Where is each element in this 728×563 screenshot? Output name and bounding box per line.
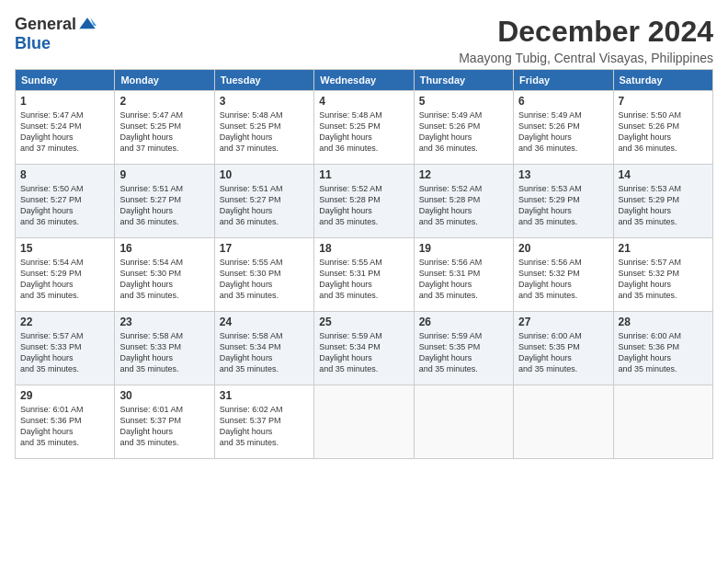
- calendar-day-cell: 8 Sunrise: 5:50 AM Sunset: 5:27 PM Dayli…: [16, 165, 115, 238]
- calendar-day-cell: 5 Sunrise: 5:49 AM Sunset: 5:26 PM Dayli…: [414, 91, 513, 165]
- day-info: Sunrise: 5:48 AM Sunset: 5:25 PM Dayligh…: [220, 109, 309, 155]
- calendar-header-row: SundayMondayTuesdayWednesdayThursdayFrid…: [16, 70, 713, 91]
- calendar-day-cell: [314, 385, 414, 459]
- day-info: Sunrise: 5:55 AM Sunset: 5:31 PM Dayligh…: [319, 257, 408, 302]
- day-info: Sunrise: 5:49 AM Sunset: 5:26 PM Dayligh…: [419, 109, 508, 155]
- calendar-day-header: Wednesday: [314, 70, 414, 91]
- calendar-day-cell: 16 Sunrise: 5:54 AM Sunset: 5:30 PM Dayl…: [115, 238, 214, 312]
- calendar-day-cell: 11 Sunrise: 5:52 AM Sunset: 5:28 PM Dayl…: [314, 165, 414, 238]
- day-info: Sunrise: 5:53 AM Sunset: 5:29 PM Dayligh…: [518, 183, 608, 228]
- day-number: 9: [119, 168, 209, 181]
- day-number: 28: [619, 316, 708, 328]
- calendar-week-row: 15 Sunrise: 5:54 AM Sunset: 5:29 PM Dayl…: [16, 238, 713, 312]
- logo-icon: [78, 15, 97, 33]
- day-number: 23: [119, 316, 209, 328]
- day-number: 15: [20, 242, 109, 255]
- day-number: 27: [518, 316, 608, 328]
- calendar-week-row: 29 Sunrise: 6:01 AM Sunset: 5:36 PM Dayl…: [16, 385, 713, 459]
- day-number: 16: [119, 242, 209, 255]
- day-number: 21: [619, 242, 708, 255]
- day-info: Sunrise: 5:53 AM Sunset: 5:29 PM Dayligh…: [619, 183, 708, 228]
- calendar-day-cell: 4 Sunrise: 5:48 AM Sunset: 5:25 PM Dayli…: [314, 91, 414, 165]
- calendar-day-cell: 2 Sunrise: 5:47 AM Sunset: 5:25 PM Dayli…: [115, 91, 214, 165]
- day-info: Sunrise: 5:50 AM Sunset: 5:27 PM Dayligh…: [20, 183, 109, 228]
- day-info: Sunrise: 5:59 AM Sunset: 5:35 PM Dayligh…: [419, 330, 508, 375]
- calendar-day-cell: 22 Sunrise: 5:57 AM Sunset: 5:33 PM Dayl…: [16, 312, 115, 385]
- day-number: 24: [220, 316, 309, 328]
- day-number: 22: [20, 316, 109, 328]
- calendar-day-cell: 30 Sunrise: 6:01 AM Sunset: 5:37 PM Dayl…: [115, 385, 214, 459]
- calendar-table: SundayMondayTuesdayWednesdayThursdayFrid…: [15, 69, 713, 459]
- calendar-day-header: Tuesday: [214, 70, 313, 91]
- calendar-day-cell: 6 Sunrise: 5:49 AM Sunset: 5:26 PM Dayli…: [514, 91, 613, 165]
- calendar-day-cell: 17 Sunrise: 5:55 AM Sunset: 5:30 PM Dayl…: [214, 238, 313, 312]
- month-title: December 2024: [459, 15, 713, 49]
- calendar-day-cell: 31 Sunrise: 6:02 AM Sunset: 5:37 PM Dayl…: [214, 385, 313, 459]
- day-info: Sunrise: 5:54 AM Sunset: 5:30 PM Dayligh…: [119, 257, 209, 302]
- day-number: 12: [419, 168, 508, 181]
- calendar-day-header: Sunday: [16, 70, 115, 91]
- day-info: Sunrise: 5:49 AM Sunset: 5:26 PM Dayligh…: [518, 109, 608, 155]
- calendar-week-row: 1 Sunrise: 5:47 AM Sunset: 5:24 PM Dayli…: [16, 91, 713, 165]
- day-info: Sunrise: 6:00 AM Sunset: 5:36 PM Dayligh…: [619, 330, 708, 375]
- day-info: Sunrise: 6:00 AM Sunset: 5:35 PM Dayligh…: [518, 330, 608, 375]
- day-info: Sunrise: 5:51 AM Sunset: 5:27 PM Dayligh…: [220, 183, 309, 228]
- day-number: 2: [119, 95, 209, 108]
- day-info: Sunrise: 5:56 AM Sunset: 5:32 PM Dayligh…: [518, 257, 608, 302]
- day-info: Sunrise: 5:58 AM Sunset: 5:33 PM Dayligh…: [119, 330, 209, 375]
- day-info: Sunrise: 5:59 AM Sunset: 5:34 PM Dayligh…: [319, 330, 408, 375]
- calendar-day-cell: 9 Sunrise: 5:51 AM Sunset: 5:27 PM Dayli…: [115, 165, 214, 238]
- title-section: December 2024 Maayong Tubig, Central Vis…: [459, 15, 713, 65]
- day-info: Sunrise: 5:58 AM Sunset: 5:34 PM Dayligh…: [220, 330, 309, 375]
- day-info: Sunrise: 5:56 AM Sunset: 5:31 PM Dayligh…: [419, 257, 508, 302]
- day-number: 25: [319, 316, 408, 328]
- day-info: Sunrise: 5:47 AM Sunset: 5:24 PM Dayligh…: [20, 109, 109, 155]
- day-number: 4: [319, 95, 408, 108]
- calendar-day-cell: 20 Sunrise: 5:56 AM Sunset: 5:32 PM Dayl…: [514, 238, 613, 312]
- day-number: 6: [518, 95, 608, 108]
- calendar-day-header: Saturday: [613, 70, 712, 91]
- calendar-day-cell: 28 Sunrise: 6:00 AM Sunset: 5:36 PM Dayl…: [613, 312, 712, 385]
- day-number: 11: [319, 168, 408, 181]
- day-number: 17: [220, 242, 309, 255]
- day-number: 14: [619, 168, 708, 181]
- day-info: Sunrise: 5:51 AM Sunset: 5:27 PM Dayligh…: [119, 183, 209, 228]
- day-number: 13: [518, 168, 608, 181]
- day-number: 8: [20, 168, 109, 181]
- day-info: Sunrise: 5:55 AM Sunset: 5:30 PM Dayligh…: [220, 257, 309, 302]
- calendar-day-header: Monday: [115, 70, 214, 91]
- calendar-day-cell: 7 Sunrise: 5:50 AM Sunset: 5:26 PM Dayli…: [613, 91, 712, 165]
- calendar-day-header: Thursday: [414, 70, 513, 91]
- logo: General Blue: [15, 15, 97, 53]
- day-number: 18: [319, 242, 408, 255]
- calendar-day-cell: 1 Sunrise: 5:47 AM Sunset: 5:24 PM Dayli…: [16, 91, 115, 165]
- day-info: Sunrise: 5:52 AM Sunset: 5:28 PM Dayligh…: [419, 183, 508, 228]
- day-info: Sunrise: 5:57 AM Sunset: 5:32 PM Dayligh…: [619, 257, 708, 302]
- calendar-day-cell: [414, 385, 513, 459]
- day-info: Sunrise: 5:57 AM Sunset: 5:33 PM Dayligh…: [20, 330, 109, 375]
- day-number: 29: [20, 389, 109, 402]
- calendar-day-cell: [613, 385, 712, 459]
- calendar-week-row: 8 Sunrise: 5:50 AM Sunset: 5:27 PM Dayli…: [16, 165, 713, 238]
- calendar-day-cell: 12 Sunrise: 5:52 AM Sunset: 5:28 PM Dayl…: [414, 165, 513, 238]
- day-number: 30: [119, 389, 209, 402]
- calendar-day-cell: 26 Sunrise: 5:59 AM Sunset: 5:35 PM Dayl…: [414, 312, 513, 385]
- calendar-day-cell: 14 Sunrise: 5:53 AM Sunset: 5:29 PM Dayl…: [613, 165, 712, 238]
- calendar-day-cell: 23 Sunrise: 5:58 AM Sunset: 5:33 PM Dayl…: [115, 312, 214, 385]
- logo-general: General: [15, 15, 76, 34]
- calendar-day-header: Friday: [514, 70, 613, 91]
- calendar-day-cell: 21 Sunrise: 5:57 AM Sunset: 5:32 PM Dayl…: [613, 238, 712, 312]
- day-number: 19: [419, 242, 508, 255]
- day-info: Sunrise: 5:52 AM Sunset: 5:28 PM Dayligh…: [319, 183, 408, 228]
- calendar-day-cell: 13 Sunrise: 5:53 AM Sunset: 5:29 PM Dayl…: [514, 165, 613, 238]
- day-number: 3: [220, 95, 309, 108]
- day-info: Sunrise: 6:02 AM Sunset: 5:37 PM Dayligh…: [220, 404, 309, 449]
- calendar-day-cell: 18 Sunrise: 5:55 AM Sunset: 5:31 PM Dayl…: [314, 238, 414, 312]
- calendar-day-cell: [514, 385, 613, 459]
- calendar-day-cell: 19 Sunrise: 5:56 AM Sunset: 5:31 PM Dayl…: [414, 238, 513, 312]
- day-info: Sunrise: 6:01 AM Sunset: 5:36 PM Dayligh…: [20, 404, 109, 449]
- calendar-day-cell: 10 Sunrise: 5:51 AM Sunset: 5:27 PM Dayl…: [214, 165, 313, 238]
- location-title: Maayong Tubig, Central Visayas, Philippi…: [459, 51, 713, 65]
- day-number: 26: [419, 316, 508, 328]
- page-header: General Blue December 2024 Maayong Tubig…: [15, 15, 713, 65]
